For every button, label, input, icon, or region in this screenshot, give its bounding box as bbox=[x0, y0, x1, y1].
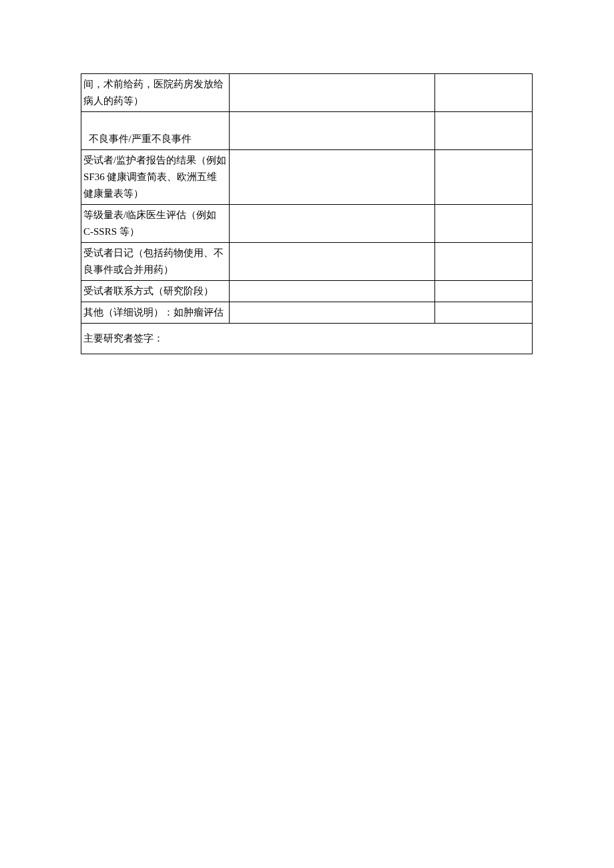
cell-value[interactable] bbox=[435, 302, 533, 324]
table-row: 等级量表/临床医生评估（例如 C-SSRS 等） bbox=[81, 205, 533, 243]
cell-label: 其他（详细说明）：如肿瘤评估 bbox=[81, 302, 230, 324]
signature-row: 主要研究者签字： bbox=[81, 324, 533, 354]
cell-value[interactable] bbox=[229, 302, 435, 324]
cell-label: 间，术前给药，医院药房发放给病人的药等） bbox=[81, 74, 230, 112]
table-row: 不良事件/严重不良事件 bbox=[81, 112, 533, 150]
cell-value[interactable] bbox=[435, 243, 533, 281]
cell-value[interactable] bbox=[229, 74, 435, 112]
table-row: 间，术前给药，医院药房发放给病人的药等） bbox=[81, 74, 533, 112]
cell-value[interactable] bbox=[435, 74, 533, 112]
cell-label: 受试者/监护者报告的结果（例如 SF36 健康调查简表、欧洲五维健康量表等） bbox=[81, 150, 230, 205]
signature-label: 主要研究者签字： bbox=[83, 333, 164, 344]
cell-label: 受试者日记（包括药物使用、不良事件或合并用药） bbox=[81, 243, 230, 281]
cell-value[interactable] bbox=[229, 150, 435, 205]
signature-cell[interactable]: 主要研究者签字： bbox=[81, 324, 533, 354]
cell-value[interactable] bbox=[229, 281, 435, 302]
form-table: 间，术前给药，医院药房发放给病人的药等） 不良事件/严重不良事件 受试者/监护者… bbox=[81, 73, 533, 354]
cell-value[interactable] bbox=[435, 205, 533, 243]
table-row: 其他（详细说明）：如肿瘤评估 bbox=[81, 302, 533, 324]
cell-value[interactable] bbox=[435, 281, 533, 302]
cell-value[interactable] bbox=[229, 205, 435, 243]
cell-label: 不良事件/严重不良事件 bbox=[81, 112, 230, 150]
cell-label: 等级量表/临床医生评估（例如 C-SSRS 等） bbox=[81, 205, 230, 243]
cell-value[interactable] bbox=[435, 150, 533, 205]
table-row: 受试者联系方式（研究阶段） bbox=[81, 281, 533, 302]
table-row: 受试者/监护者报告的结果（例如 SF36 健康调查简表、欧洲五维健康量表等） bbox=[81, 150, 533, 205]
document-table-wrap: 间，术前给药，医院药房发放给病人的药等） 不良事件/严重不良事件 受试者/监护者… bbox=[81, 73, 533, 354]
cell-value[interactable] bbox=[435, 112, 533, 150]
cell-value[interactable] bbox=[229, 112, 435, 150]
cell-label-text: 不良事件/严重不良事件 bbox=[83, 133, 192, 144]
cell-label: 受试者联系方式（研究阶段） bbox=[81, 281, 230, 302]
cell-value[interactable] bbox=[229, 243, 435, 281]
table-row: 受试者日记（包括药物使用、不良事件或合并用药） bbox=[81, 243, 533, 281]
